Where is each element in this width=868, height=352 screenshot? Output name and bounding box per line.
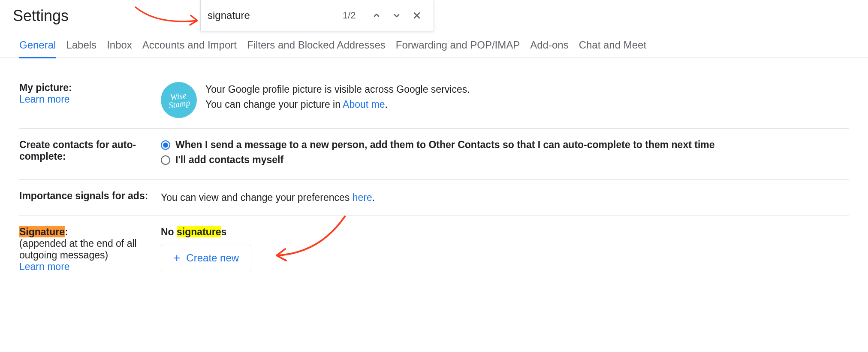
label-title: My picture: bbox=[19, 82, 161, 94]
label-title: Signature: bbox=[19, 226, 161, 238]
find-count: 1/2 bbox=[336, 10, 363, 21]
tab-filters[interactable]: Filters and Blocked Addresses bbox=[247, 32, 386, 58]
section-label: My picture: Learn more bbox=[19, 82, 161, 118]
section-contacts: Create contacts for auto-complete: When … bbox=[19, 129, 849, 180]
header: Settings 1/2 bbox=[0, 0, 868, 32]
chevron-down-icon bbox=[392, 10, 402, 21]
picture-text-2: You can change your picture in About me. bbox=[205, 97, 470, 112]
tab-inbox[interactable]: Inbox bbox=[107, 32, 132, 58]
create-new-signature-button[interactable]: + Create new bbox=[161, 245, 251, 271]
section-label: Create contacts for auto-complete: bbox=[19, 139, 161, 169]
highlighted-match-active: Signature bbox=[19, 226, 65, 237]
label-title: Importance signals for ads: bbox=[19, 190, 161, 202]
page-title: Settings bbox=[13, 7, 69, 25]
tab-general[interactable]: General bbox=[19, 32, 56, 58]
find-in-page-bar: 1/2 bbox=[200, 0, 434, 31]
settings-tabs: General Labels Inbox Accounts and Import… bbox=[0, 32, 868, 58]
radio-label: I'll add contacts myself bbox=[175, 154, 283, 166]
section-label: Importance signals for ads: bbox=[19, 190, 161, 205]
avatar-logo-text: Wise Stamp bbox=[161, 90, 197, 110]
radio-input[interactable] bbox=[161, 155, 170, 165]
section-ads: Importance signals for ads: You can view… bbox=[19, 180, 849, 216]
section-body: When I send a message to a new person, a… bbox=[161, 139, 849, 169]
radio-label: When I send a message to a new person, a… bbox=[175, 139, 715, 151]
find-prev-button[interactable] bbox=[367, 5, 387, 26]
radio-option-auto[interactable]: When I send a message to a new person, a… bbox=[161, 139, 849, 151]
about-me-link[interactable]: About me bbox=[343, 99, 385, 110]
highlighted-match: signature bbox=[177, 226, 221, 237]
section-body: Wise Stamp Your Google profile picture i… bbox=[161, 82, 849, 118]
radio-input[interactable] bbox=[161, 140, 170, 150]
ads-here-link[interactable]: here bbox=[353, 192, 372, 203]
find-input[interactable] bbox=[208, 9, 336, 21]
find-close-button[interactable] bbox=[407, 5, 427, 26]
label-help: (appended at the end of all outgoing mes… bbox=[19, 238, 161, 261]
settings-content: My picture: Learn more Wise Stamp Your G… bbox=[0, 58, 868, 283]
close-icon bbox=[412, 10, 422, 21]
no-signatures-text: No signatures bbox=[161, 226, 849, 238]
radio-option-manual[interactable]: I'll add contacts myself bbox=[161, 154, 849, 166]
plus-icon: + bbox=[173, 251, 180, 265]
tab-accounts[interactable]: Accounts and Import bbox=[142, 32, 237, 58]
tab-forwarding[interactable]: Forwarding and POP/IMAP bbox=[396, 32, 520, 58]
learn-more-link[interactable]: Learn more bbox=[19, 94, 70, 105]
section-body: No signatures + Create new bbox=[161, 226, 849, 273]
find-next-button[interactable] bbox=[386, 5, 407, 26]
learn-more-link[interactable]: Learn more bbox=[19, 261, 70, 272]
chevron-up-icon bbox=[371, 10, 382, 21]
label-title: Create contacts for auto-complete: bbox=[19, 139, 161, 162]
section-label: Signature: (appended at the end of all o… bbox=[19, 226, 161, 273]
picture-text-1: Your Google profile picture is visible a… bbox=[205, 82, 470, 97]
tab-labels[interactable]: Labels bbox=[66, 32, 96, 58]
tab-addons[interactable]: Add-ons bbox=[530, 32, 568, 58]
section-body: You can view and change your preferences… bbox=[161, 190, 849, 205]
section-picture: My picture: Learn more Wise Stamp Your G… bbox=[19, 58, 849, 129]
tab-chat[interactable]: Chat and Meet bbox=[579, 32, 646, 58]
picture-description: Your Google profile picture is visible a… bbox=[205, 82, 470, 118]
create-btn-label: Create new bbox=[186, 252, 239, 264]
avatar[interactable]: Wise Stamp bbox=[161, 82, 197, 118]
section-signature: Signature: (appended at the end of all o… bbox=[19, 216, 849, 283]
